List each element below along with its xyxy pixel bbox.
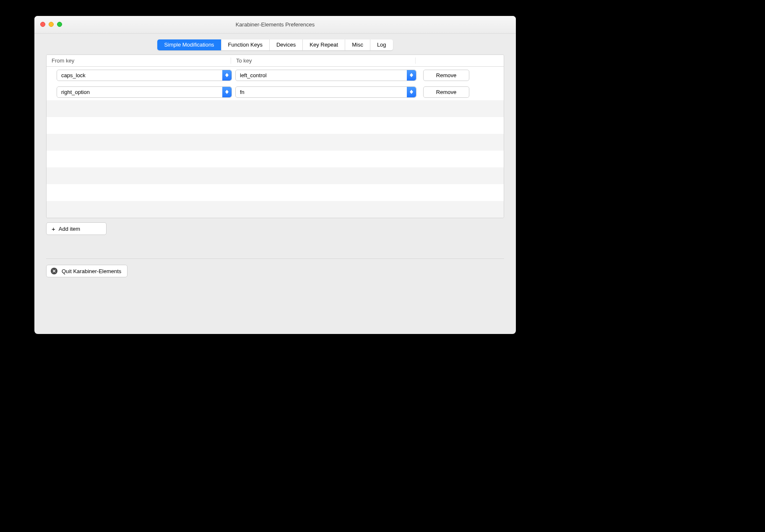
column-from: From key	[47, 57, 231, 64]
quit-label: Quit Karabiner-Elements	[62, 268, 121, 274]
titlebar: Karabiner-Elements Preferences	[34, 16, 516, 34]
remove-button[interactable]: Remove	[423, 70, 469, 81]
svg-marker-3	[410, 75, 413, 77]
to-key-select[interactable]: left_control	[235, 70, 416, 81]
to-key-select[interactable]: fn	[235, 86, 416, 98]
close-circle-icon	[51, 268, 57, 274]
table-row-empty	[47, 184, 504, 201]
tab-function-keys[interactable]: Function Keys	[221, 39, 270, 50]
zoom-icon[interactable]	[57, 22, 62, 27]
add-item-button[interactable]: + Add item	[46, 222, 107, 235]
chevron-up-down-icon	[407, 87, 416, 97]
table-header: From key To key	[47, 55, 504, 67]
window-controls	[40, 22, 62, 27]
svg-marker-1	[225, 75, 229, 77]
remove-button[interactable]: Remove	[423, 86, 469, 98]
divider	[46, 258, 504, 259]
from-key-value: right_option	[57, 89, 90, 95]
tab-devices[interactable]: Devices	[270, 39, 303, 50]
minimize-icon[interactable]	[49, 22, 54, 27]
table-row-empty	[47, 201, 504, 218]
tab-bar: Simple Modifications Function Keys Devic…	[34, 34, 516, 50]
quit-button[interactable]: Quit Karabiner-Elements	[46, 265, 128, 277]
chevron-up-down-icon	[407, 70, 416, 81]
tab-key-repeat[interactable]: Key Repeat	[303, 39, 345, 50]
modifications-table: From key To key caps_lock	[46, 55, 504, 218]
table-row-empty	[47, 151, 504, 167]
svg-marker-7	[410, 92, 413, 94]
chevron-up-down-icon	[222, 87, 232, 97]
table-row: caps_lock left_control	[47, 67, 504, 83]
table-row-empty	[47, 167, 504, 184]
from-key-select[interactable]: right_option	[57, 86, 232, 98]
from-key-select[interactable]: caps_lock	[57, 70, 232, 81]
table-row-empty	[47, 134, 504, 151]
close-icon[interactable]	[40, 22, 45, 27]
to-key-value: left_control	[236, 72, 267, 78]
preferences-window: Karabiner-Elements Preferences Simple Mo…	[34, 16, 516, 334]
to-key-value: fn	[236, 89, 245, 95]
window-title: Karabiner-Elements Preferences	[34, 21, 516, 28]
chevron-up-down-icon	[222, 70, 232, 81]
tab-misc[interactable]: Misc	[345, 39, 370, 50]
table-row-empty	[47, 117, 504, 134]
table-row: right_option fn	[47, 83, 504, 100]
plus-icon: +	[52, 226, 55, 232]
tab-log[interactable]: Log	[370, 39, 393, 50]
column-to: To key	[231, 57, 416, 64]
tab-group: Simple Modifications Function Keys Devic…	[157, 39, 393, 50]
table-row-empty	[47, 100, 504, 117]
add-item-label: Add item	[59, 226, 80, 232]
from-key-value: caps_lock	[57, 72, 86, 78]
tab-simple-modifications[interactable]: Simple Modifications	[157, 39, 221, 50]
svg-marker-5	[225, 92, 229, 94]
